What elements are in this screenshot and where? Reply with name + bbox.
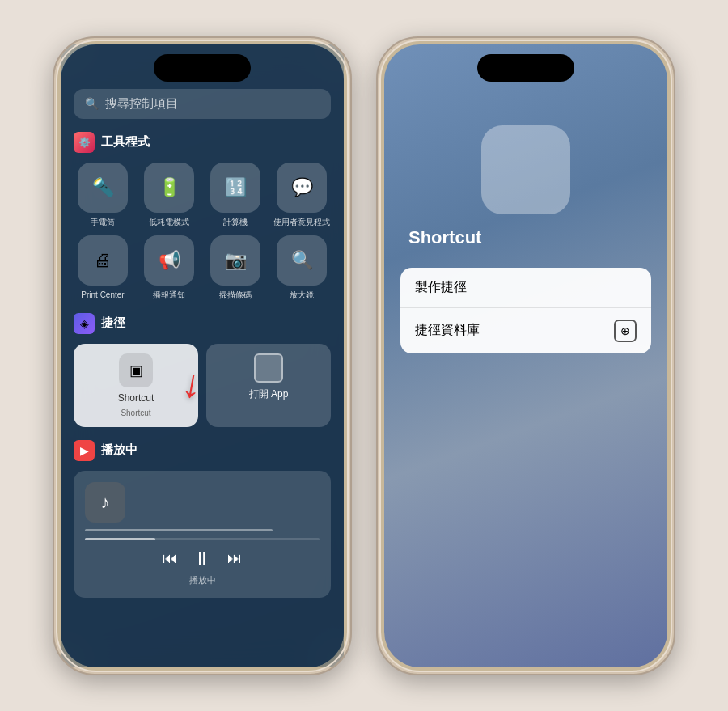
- flashlight-label: 手電筒: [91, 217, 115, 227]
- screen-2: Shortcut 製作捷徑 捷徑資料庫 ⊕: [384, 44, 667, 667]
- next-button[interactable]: ⏭: [227, 550, 242, 567]
- battery-label: 低耗電模式: [149, 217, 189, 227]
- play-pause-button[interactable]: ⏸: [193, 548, 211, 569]
- phones-container: 🔍 搜尋控制項目 ⚙️ 工具程式 🔦 手電筒: [53, 36, 675, 675]
- music-controls[interactable]: ⏮ ⏸ ⏭: [85, 548, 320, 569]
- search-bar[interactable]: 🔍 搜尋控制項目: [74, 89, 331, 119]
- print-icon: 🖨: [78, 235, 128, 286]
- library-icon: ⊕: [614, 320, 637, 342]
- music-player: ♪ ⏮ ⏸ ⏭ 播放中: [74, 471, 331, 598]
- search-icon: 🔍: [85, 97, 99, 110]
- announce-label: 播報通知: [153, 290, 185, 300]
- magnifier-label: 放大鏡: [290, 290, 314, 300]
- grid-item-scan[interactable]: 📷 掃描條碼: [206, 235, 265, 300]
- silent-button: [53, 135, 54, 164]
- grid-item-magnifier[interactable]: 🔍 放大鏡: [273, 235, 331, 300]
- grid-item-announce[interactable]: 📢 播報通知: [140, 235, 198, 300]
- screen-1: 🔍 搜尋控制項目 ⚙️ 工具程式 🔦 手電筒: [61, 44, 344, 667]
- music-note-icon: ♪: [85, 482, 125, 523]
- shortcut-item-1-sublabel: Shortcut: [121, 408, 150, 417]
- shortcut-large-icon: [481, 125, 570, 214]
- volume-down-button-2: [376, 234, 378, 282]
- power-button-2: [674, 184, 675, 248]
- menu-item-create[interactable]: 製作捷徑: [400, 268, 651, 308]
- shortcut-item-2-label: 打開 App: [249, 387, 289, 401]
- menu-item-create-label: 製作捷徑: [415, 279, 467, 296]
- music-app-icon: ▶: [74, 440, 95, 461]
- dynamic-island-1: [154, 54, 251, 82]
- volume-up-button: [53, 177, 54, 226]
- music-progress-bars: [85, 529, 320, 531]
- grid-item-calculator[interactable]: 🔢 計算機: [206, 163, 265, 227]
- music-section-header: ▶ 播放中: [74, 440, 331, 461]
- calculator-label: 計算機: [223, 217, 248, 227]
- shortcut-item-1-icon: ▣: [119, 353, 153, 387]
- feedback-label: 使用者意見程式: [273, 217, 330, 227]
- shortcut-section-label: 捷徑: [101, 315, 125, 331]
- tools-icon: ⚙️: [74, 132, 95, 153]
- prev-button[interactable]: ⏮: [163, 550, 177, 567]
- grid-item-print[interactable]: 🖨 Print Center: [74, 235, 132, 300]
- shortcut-section-header: ◈ 捷徑: [74, 313, 331, 334]
- menu-item-library[interactable]: 捷徑資料庫 ⊕: [400, 308, 651, 353]
- phone-1: 🔍 搜尋控制項目 ⚙️ 工具程式 🔦 手電筒: [53, 36, 352, 675]
- flashlight-icon: 🔦: [78, 163, 128, 213]
- icon-grid: 🔦 手電筒 🔋 低耗電模式 🔢 計算機 💬 使用者意見程式: [74, 163, 331, 300]
- grid-item-feedback[interactable]: 💬 使用者意見程式: [273, 163, 331, 227]
- grid-item-battery[interactable]: 🔋 低耗電模式: [140, 163, 198, 227]
- shortcut-row: ▣ Shortcut Shortcut 打開 App: [74, 344, 331, 427]
- power-button: [350, 184, 352, 248]
- search-placeholder: 搜尋控制項目: [105, 96, 178, 112]
- control-center: 🔍 搜尋控制項目 ⚙️ 工具程式 🔦 手電筒: [61, 44, 344, 667]
- silent-button-2: [376, 135, 378, 164]
- volume-down-button: [53, 234, 54, 282]
- shortcut-item-2-icon: [254, 353, 283, 383]
- calculator-icon: 🔢: [210, 163, 260, 213]
- music-section-label: 播放中: [101, 442, 138, 458]
- shortcut-detail-name: Shortcut: [408, 227, 481, 248]
- menu-item-library-label: 捷徑資料庫: [415, 322, 480, 339]
- grid-item-flashlight[interactable]: 🔦 手電筒: [74, 163, 132, 227]
- scan-label: 掃描條碼: [219, 290, 252, 300]
- battery-icon: 🔋: [144, 163, 194, 213]
- tools-section-label: 工具程式: [101, 134, 150, 150]
- shortcuts-app-icon: ◈: [74, 313, 95, 334]
- feedback-icon: 💬: [277, 163, 327, 213]
- magnifier-icon: 🔍: [277, 235, 327, 286]
- phone-2: Shortcut 製作捷徑 捷徑資料庫 ⊕: [376, 36, 675, 675]
- shortcut-item-1[interactable]: ▣ Shortcut Shortcut: [74, 344, 198, 427]
- context-menu: 製作捷徑 捷徑資料庫 ⊕: [400, 268, 651, 353]
- announce-icon: 📢: [144, 235, 194, 286]
- shortcut-item-1-label: Shortcut: [118, 392, 154, 404]
- print-label: Print Center: [81, 290, 124, 300]
- scan-icon: 📷: [210, 235, 260, 286]
- volume-up-button-2: [376, 177, 378, 226]
- music-footer: 播放中: [85, 574, 320, 586]
- shortcut-detail: Shortcut 製作捷徑 捷徑資料庫 ⊕: [384, 44, 667, 667]
- shortcut-item-2[interactable]: 打開 App: [206, 344, 331, 427]
- tools-section-header: ⚙️ 工具程式: [74, 132, 331, 153]
- dynamic-island-2: [477, 54, 574, 82]
